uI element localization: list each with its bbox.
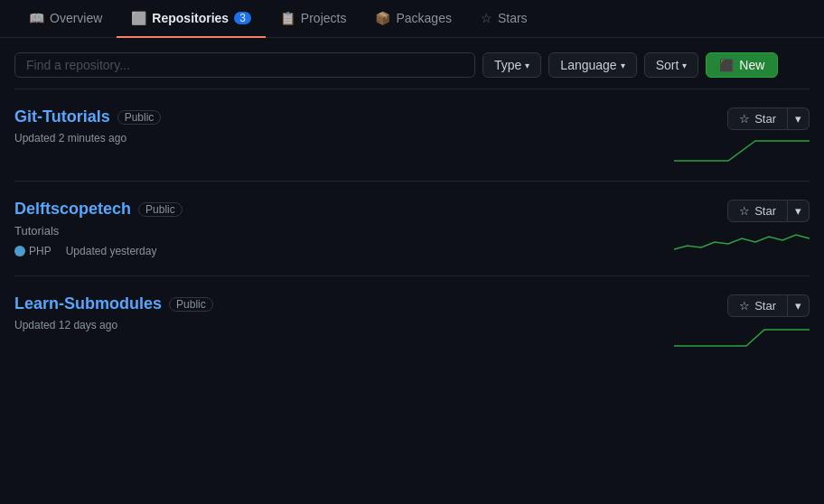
repo-item-learn-submodules: Learn-Submodules Public Updated 12 days … [14,275,810,368]
star-area-git-tutorials: ☆ Star ▾ [727,107,810,130]
package-icon: 📦 [375,11,390,25]
repo-name-delftscopetech[interactable]: Delftscopetech [14,200,131,219]
repo-language-delftscopetech: PHP [14,245,52,257]
star-dropdown-chevron-3: ▾ [795,299,801,313]
new-repo-button[interactable]: ⬛ New [706,52,778,78]
activity-graph-delftscopetech [674,229,810,255]
repo-visibility-git-tutorials: Public [117,110,162,125]
repo-name-learn-submodules[interactable]: Learn-Submodules [14,294,162,313]
tab-repositories[interactable]: ⬜ Repositories 3 [117,0,266,38]
tab-stars[interactable]: ☆ Stars [466,0,542,38]
type-filter-button[interactable]: Type ▾ [482,52,541,78]
sort-chevron-icon: ▾ [682,61,687,70]
activity-graph-git-tutorials [674,137,810,163]
star-icon-git-tutorials: ☆ [739,112,750,126]
star-dropdown-learn-submodules[interactable]: ▾ [788,294,810,317]
repo-description-delftscopetech: Tutorials [14,224,647,238]
star-icon-learn-submodules: ☆ [739,299,750,313]
star-label-delftscopetech: Star [754,204,776,218]
lang-dot-php [14,246,25,257]
new-repo-icon: ⬛ [719,59,734,72]
nav-tabs: 📖 Overview ⬜ Repositories 3 📋 Projects 📦… [0,0,824,38]
repo-left-delftscopetech: Delftscopetech Public Tutorials PHP Upda… [14,200,647,257]
activity-graph-learn-submodules [674,324,810,350]
tab-packages[interactable]: 📦 Packages [360,0,465,38]
repo-visibility-learn-submodules: Public [169,297,213,312]
repositories-badge: 3 [234,12,251,24]
repo-title-row-learn-submodules: Learn-Submodules Public [14,294,647,313]
repo-meta-delftscopetech: PHP Updated yesterday [14,245,647,257]
star-dropdown-chevron: ▾ [795,112,801,126]
repo-meta-learn-submodules: Updated 12 days ago [14,319,647,331]
star-label-git-tutorials: Star [754,112,776,126]
star-label-learn-submodules: Star [754,299,776,313]
sort-filter-button[interactable]: Sort ▾ [644,52,699,78]
tab-overview-label: Overview [50,11,102,25]
new-repo-label: New [739,58,764,72]
repo-right-git-tutorials: ☆ Star ▾ [647,107,810,163]
star-button-git-tutorials[interactable]: ☆ Star [727,107,788,130]
sparkline-git-tutorials [674,137,810,163]
sort-filter-label: Sort [656,58,679,72]
repo-right-delftscopetech: ☆ Star ▾ [647,200,810,255]
repo-item-delftscopetech: Delftscopetech Public Tutorials PHP Upda… [14,181,810,275]
repo-updated-delftscopetech: Updated yesterday [66,245,157,257]
star-dropdown-chevron-2: ▾ [795,204,801,218]
repo-item-git-tutorials: Git-Tutorials Public Updated 2 minutes a… [14,89,810,181]
repo-icon: ⬜ [131,11,146,25]
tab-stars-label: Stars [498,11,528,25]
repo-list: Git-Tutorials Public Updated 2 minutes a… [0,89,824,368]
sparkline-delftscopetech [674,229,810,255]
project-icon: 📋 [280,11,295,25]
repo-name-git-tutorials[interactable]: Git-Tutorials [14,107,110,126]
star-icon-delftscopetech: ☆ [739,204,750,218]
star-dropdown-git-tutorials[interactable]: ▾ [788,107,810,130]
language-chevron-icon: ▾ [621,61,625,70]
tab-projects[interactable]: 📋 Projects [266,0,361,38]
tab-repositories-label: Repositories [152,11,229,25]
star-dropdown-delftscopetech[interactable]: ▾ [788,200,810,222]
tab-overview[interactable]: 📖 Overview [14,0,117,38]
type-chevron-icon: ▾ [525,61,529,70]
repo-right-learn-submodules: ☆ Star ▾ [647,294,810,350]
book-icon: 📖 [29,11,44,25]
star-button-learn-submodules[interactable]: ☆ Star [727,294,788,317]
repo-meta-git-tutorials: Updated 2 minutes ago [14,132,647,145]
repo-visibility-delftscopetech: Public [138,202,183,217]
star-button-delftscopetech[interactable]: ☆ Star [727,200,788,222]
language-filter-button[interactable]: Language ▾ [548,52,636,78]
tab-packages-label: Packages [396,11,451,25]
star-nav-icon: ☆ [481,11,492,25]
language-filter-label: Language [560,58,616,72]
star-area-delftscopetech: ☆ Star ▾ [727,200,810,222]
repo-left-learn-submodules: Learn-Submodules Public Updated 12 days … [14,294,647,331]
sparkline-learn-submodules [674,324,810,350]
toolbar: Type ▾ Language ▾ Sort ▾ ⬛ New [0,38,824,89]
repo-left: Git-Tutorials Public Updated 2 minutes a… [14,107,647,145]
repo-title-row-delftscopetech: Delftscopetech Public [14,200,647,219]
repo-updated-git-tutorials: Updated 2 minutes ago [14,132,126,145]
tab-projects-label: Projects [301,11,347,25]
type-filter-label: Type [494,58,521,72]
search-input[interactable] [14,52,475,78]
repo-title-row: Git-Tutorials Public [14,107,647,126]
star-area-learn-submodules: ☆ Star ▾ [727,294,810,317]
repo-updated-learn-submodules: Updated 12 days ago [14,319,117,331]
